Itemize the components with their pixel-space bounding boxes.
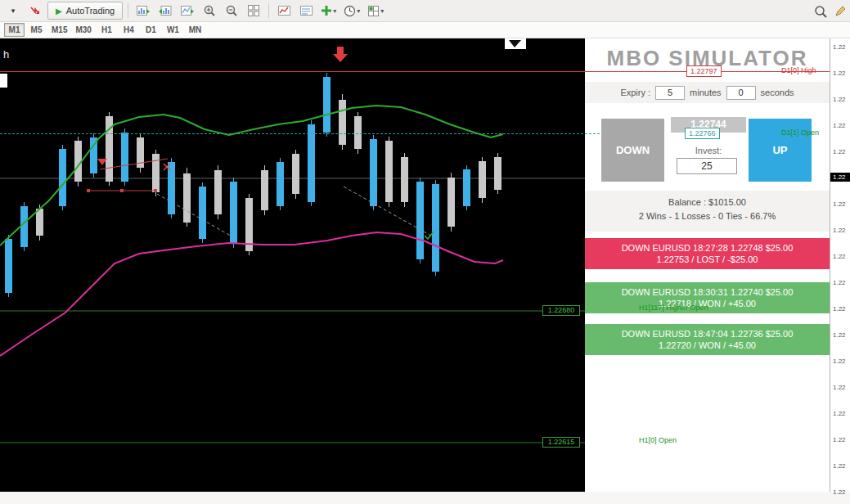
d1-high-label: D1[0] High xyxy=(781,66,816,74)
chevron-down-icon: ▾ xyxy=(380,7,384,15)
price-scale-tick: 1.22 xyxy=(833,410,846,417)
svg-text:h: h xyxy=(3,48,9,61)
trade-history-item: DOWN EURUSD 18:27:28 1.22748 $25.00 1.22… xyxy=(585,238,830,269)
trade-line-2: 1.22753 / LOST / -$25.00 xyxy=(585,254,830,264)
price-scale-tick: 1.22 xyxy=(833,227,846,234)
price-scale-tick: 1.22 xyxy=(833,305,846,313)
chart-shift-icon[interactable] xyxy=(133,2,153,20)
main-toolbar: ▾ ▶ AutoTrading xyxy=(0,0,850,22)
stats-text: 2 Wins - 1 Losses - 0 Ties - 66.7% xyxy=(585,211,830,221)
price-scale-tick: 1.22 xyxy=(833,43,846,51)
minutes-label: minutes xyxy=(690,88,722,97)
zoom-out-icon[interactable] xyxy=(222,2,241,20)
autotrading-play-icon: ▶ xyxy=(56,7,62,16)
bid-price-line xyxy=(0,133,600,134)
edit-pencil-icon[interactable] xyxy=(830,2,850,20)
trade-line-1: DOWN EURUSD 18:27:28 1.22748 $25.00 xyxy=(585,243,830,253)
price-scale[interactable]: 1.221.221.221.221.221.221.221.221.221.22… xyxy=(830,38,850,492)
chart-canvas[interactable]: h xyxy=(0,38,585,492)
down-button[interactable]: DOWN xyxy=(601,119,664,182)
search-icon[interactable] xyxy=(811,2,830,20)
price-scale-tick: 1.22 xyxy=(833,488,846,496)
timeframe-w1[interactable]: W1 xyxy=(163,23,183,37)
price-scale-tick: 1.22 xyxy=(833,200,846,208)
bid-price-tag: 1.22766 xyxy=(685,128,720,139)
timeframe-m30[interactable]: M30 xyxy=(72,23,94,37)
tile-windows-icon[interactable] xyxy=(244,2,263,20)
level-price-tag: 1.22680 xyxy=(542,305,580,316)
toolbar-separator xyxy=(268,3,269,18)
chevron-down-icon: ▾ xyxy=(357,7,360,15)
timeframe-d1[interactable]: D1 xyxy=(141,23,161,37)
price-scale-current-price: 1.22 xyxy=(830,173,850,182)
trade-line-1: DOWN EURUSD 18:47:04 1.22736 $25.00 xyxy=(585,329,830,339)
price-scale-tick: 1.22 xyxy=(833,331,846,339)
toolbar-separator xyxy=(128,3,128,18)
autoscroll-icon[interactable] xyxy=(155,2,175,20)
price-scale-tick: 1.22 xyxy=(833,122,846,129)
expiry-minutes-input[interactable] xyxy=(655,86,685,100)
chart-area[interactable]: h 1.22680 1.22615 xyxy=(0,38,585,492)
bottom-strip xyxy=(0,492,850,504)
level-price-tag: 1.22615 xyxy=(542,437,580,448)
price-scale-tick: 1.22 xyxy=(833,70,846,77)
price-scale-tick: 1.22 xyxy=(833,96,846,103)
autotrading-button[interactable]: ▶ AutoTrading xyxy=(47,2,123,20)
invest-input[interactable] xyxy=(677,158,737,174)
seconds-label: seconds xyxy=(761,88,794,97)
price-scale-tick: 1.22 xyxy=(833,462,846,470)
timeframe-bar: M1M5M15M30H1H4D1W1MN xyxy=(0,22,850,38)
data-window-icon[interactable] xyxy=(296,2,316,20)
timeframe-h4[interactable]: H4 xyxy=(119,23,139,37)
balance-text: Balance : $1015.00 xyxy=(585,197,830,207)
expiry-row: Expiry : minutes seconds xyxy=(585,82,830,103)
expiry-label: Expiry : xyxy=(620,88,650,97)
dropdown-arrow-partial-icon[interactable]: ▾ xyxy=(3,2,23,20)
timeframe-mn[interactable]: MN xyxy=(185,23,205,37)
templates-dropdown[interactable]: ▾ xyxy=(365,2,386,20)
price-scale-tick: 1.22 xyxy=(833,253,846,260)
periods-dropdown[interactable]: ▾ xyxy=(341,2,362,20)
trade-line-1: DOWN EURUSD 18:30:31 1.22740 $25.00 xyxy=(585,287,830,297)
indicators-window-icon[interactable] xyxy=(274,2,294,20)
timeframe-m5[interactable]: M5 xyxy=(26,23,47,37)
price-scale-tick: 1.22 xyxy=(833,148,846,155)
mbo-simulator-panel: MBO SIMULATOR Expiry : minutes seconds 1… xyxy=(585,38,830,492)
trading-app-window: ▾ ▶ AutoTrading xyxy=(0,0,850,504)
autotrading-label: AutoTrading xyxy=(66,6,115,16)
add-indicator-dropdown[interactable]: ▾ xyxy=(318,2,339,20)
chevron-down-icon: ▾ xyxy=(333,7,336,15)
price-scale-tick: 1.22 xyxy=(833,279,846,286)
h1-higher-open-label: H1[117] Higher Open xyxy=(639,304,708,312)
price-scale-tick: 1.22 xyxy=(833,436,846,443)
timeframe-m15[interactable]: M15 xyxy=(48,23,70,37)
trade-line-2: 1.22720 / WON / +45.00 xyxy=(585,340,830,350)
timeframe-m1[interactable]: M1 xyxy=(4,23,25,37)
d1-open-label: D1[1] Open xyxy=(781,128,819,137)
invest-label: Invest: xyxy=(671,146,746,155)
scroll-to-end-icon[interactable] xyxy=(178,2,197,20)
trade-history-item: DOWN EURUSD 18:47:04 1.22736 $25.00 1.22… xyxy=(585,324,830,355)
price-scale-tick: 1.22 xyxy=(833,384,846,391)
d1-high-price-tag: 1.22797 xyxy=(686,65,722,77)
price-scale-tick: 1.22 xyxy=(833,358,846,365)
new-order-icon[interactable] xyxy=(25,2,45,20)
h1-open-label: H1[0] Open xyxy=(639,436,677,444)
timeframe-h1[interactable]: H1 xyxy=(97,23,117,37)
expiry-seconds-input[interactable] xyxy=(726,86,756,100)
zoom-in-icon[interactable] xyxy=(200,2,219,20)
balance-section: Balance : $1015.00 2 Wins - 1 Losses - 0… xyxy=(585,191,830,232)
